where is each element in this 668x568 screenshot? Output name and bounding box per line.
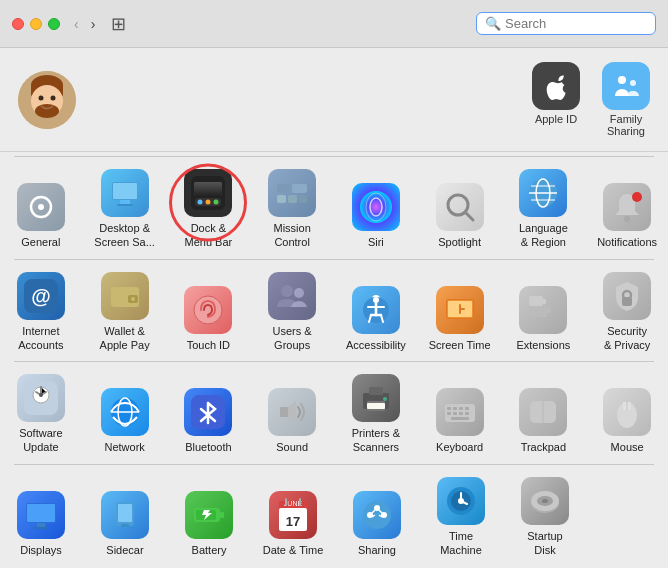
svg-point-48 xyxy=(294,288,304,298)
network-icon xyxy=(101,388,149,436)
sidecar-label: Sidecar xyxy=(106,543,143,557)
forward-button[interactable]: › xyxy=(87,14,100,34)
separator xyxy=(14,156,654,157)
grid-item-mission[interactable]: MissionControl xyxy=(251,161,333,255)
family-sharing-label: FamilySharing xyxy=(607,113,645,137)
svg-rect-24 xyxy=(277,184,290,193)
keyboard-label: Keyboard xyxy=(436,440,483,454)
dock-icon xyxy=(184,169,232,217)
grid-item-mouse[interactable]: Mouse xyxy=(586,366,668,460)
security-icon xyxy=(603,272,651,320)
wallet-icon xyxy=(101,272,149,320)
apple-id-icon xyxy=(532,62,580,110)
bluetooth-icon xyxy=(184,388,232,436)
accessibility-label: Accessibility xyxy=(346,338,406,352)
grid-item-security[interactable]: Security& Privacy xyxy=(586,264,668,358)
mouse-icon xyxy=(603,388,651,436)
extensions-icon xyxy=(519,286,567,334)
grid-item-timemachine[interactable]: TimeMachine xyxy=(420,469,502,563)
datetime-label: Date & Time xyxy=(263,543,324,557)
svg-point-82 xyxy=(383,397,387,401)
grid-item-sidecar[interactable]: Sidecar xyxy=(84,469,166,563)
desktop-icon xyxy=(101,169,149,217)
grid-item-screentime[interactable]: Screen Time xyxy=(419,264,501,358)
grid-item-extensions[interactable]: Extensions xyxy=(503,264,585,358)
grid-item-desktop[interactable]: Desktop &Screen Sa... xyxy=(84,161,166,255)
sidecar-icon xyxy=(101,491,149,539)
software-icon xyxy=(17,374,65,422)
grid-item-dock[interactable]: Dock &Menu Bar xyxy=(168,161,250,255)
grid-item-displays[interactable]: Displays xyxy=(0,469,82,563)
svg-point-29 xyxy=(360,191,392,223)
grid-item-startup[interactable]: StartupDisk xyxy=(504,469,586,563)
printers-icon xyxy=(352,374,400,422)
internet-label: InternetAccounts xyxy=(18,324,63,353)
printers-label: Printers &Scanners xyxy=(352,426,400,455)
security-label: Security& Privacy xyxy=(604,324,650,353)
spotlight-label: Spotlight xyxy=(438,235,481,249)
nav-buttons: ‹ › xyxy=(70,14,99,34)
grid-item-siri[interactable]: Siri xyxy=(335,161,417,255)
language-label: Language& Region xyxy=(519,221,568,250)
svg-point-22 xyxy=(206,200,211,205)
search-input[interactable] xyxy=(505,16,647,31)
svg-rect-90 xyxy=(459,412,463,415)
svg-point-23 xyxy=(214,200,219,205)
grid-item-datetime[interactable]: 17JUNEDate & Time xyxy=(252,469,334,563)
desktop-label: Desktop &Screen Sa... xyxy=(94,221,155,250)
grid-item-trackpad[interactable]: Trackpad xyxy=(503,366,585,460)
displays-label: Displays xyxy=(20,543,62,557)
apple-id-button[interactable]: Apple ID xyxy=(532,62,580,137)
svg-rect-27 xyxy=(288,195,297,203)
titlebar: ‹ › ⊞ 🔍 xyxy=(0,0,668,48)
grid-view-button[interactable]: ⊞ xyxy=(111,13,126,35)
svg-point-39 xyxy=(624,216,630,222)
grid-item-internet[interactable]: @InternetAccounts xyxy=(0,264,82,358)
grid-item-users[interactable]: Users &Groups xyxy=(251,264,333,358)
timemachine-icon xyxy=(437,477,485,525)
network-label: Network xyxy=(104,440,144,454)
fullscreen-button[interactable] xyxy=(48,18,60,30)
grid-item-sound[interactable]: Sound xyxy=(251,366,333,460)
svg-rect-76 xyxy=(280,407,288,417)
grid-item-keyboard[interactable]: Keyboard xyxy=(419,366,501,460)
software-label: SoftwareUpdate xyxy=(19,426,62,455)
svg-point-5 xyxy=(39,95,44,100)
grid-row-1: @InternetAccountsWallet &Apple PayTouch … xyxy=(0,264,668,358)
close-button[interactable] xyxy=(12,18,24,30)
mouse-label: Mouse xyxy=(611,440,644,454)
grid-item-software[interactable]: SoftwareUpdate xyxy=(0,366,82,460)
grid-item-general[interactable]: General xyxy=(0,161,82,255)
grid-item-printers[interactable]: Printers &Scanners xyxy=(335,366,417,460)
notifications-label: Notifications xyxy=(597,235,657,249)
grid-item-wallet[interactable]: Wallet &Apple Pay xyxy=(84,264,166,358)
grid-item-touchid[interactable]: Touch ID xyxy=(168,264,250,358)
language-icon xyxy=(519,169,567,217)
grid-item-battery[interactable]: Battery xyxy=(168,469,250,563)
grid-item-spotlight[interactable]: Spotlight xyxy=(419,161,501,255)
grid-item-accessibility[interactable]: Accessibility xyxy=(335,264,417,358)
bluetooth-label: Bluetooth xyxy=(185,440,231,454)
svg-rect-80 xyxy=(369,387,383,395)
grid-item-network[interactable]: Network xyxy=(84,366,166,460)
grid-item-bluetooth[interactable]: Bluetooth xyxy=(168,366,250,460)
grid-item-language[interactable]: Language& Region xyxy=(503,161,585,255)
svg-rect-66 xyxy=(540,299,546,304)
svg-rect-87 xyxy=(465,407,469,410)
back-button[interactable]: ‹ xyxy=(70,14,83,34)
grid-item-sharing[interactable]: Sharing xyxy=(336,469,418,563)
svg-text:@: @ xyxy=(31,285,51,307)
svg-point-45 xyxy=(131,297,135,301)
svg-line-33 xyxy=(465,212,473,220)
svg-point-6 xyxy=(51,95,56,100)
svg-rect-26 xyxy=(277,195,286,203)
separator-0 xyxy=(14,259,654,260)
family-sharing-icon xyxy=(602,62,650,110)
grid-item-notifications[interactable]: Notifications xyxy=(586,161,668,255)
family-sharing-button[interactable]: FamilySharing xyxy=(602,62,650,137)
minimize-button[interactable] xyxy=(30,18,42,30)
search-box[interactable]: 🔍 xyxy=(476,12,656,35)
svg-rect-101 xyxy=(34,527,48,529)
svg-rect-89 xyxy=(453,412,457,415)
svg-point-7 xyxy=(35,104,59,118)
